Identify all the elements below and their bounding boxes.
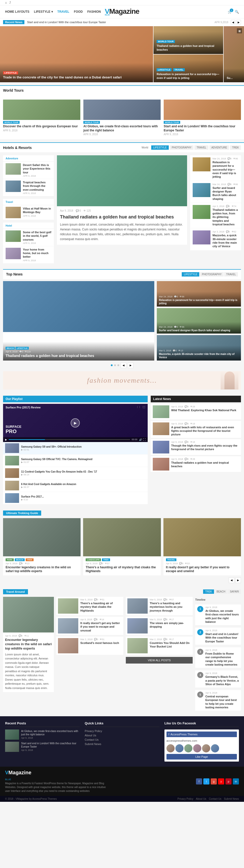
sidebar-item-1[interactable]: Desert Safari this is your Experience th… — [3, 162, 54, 179]
playlist-item-1[interactable]: Samsung Galaxy S9 and S9+- Official Intr… — [3, 442, 148, 455]
volume-icon[interactable]: 🔊 — [139, 438, 142, 441]
tab-adventure[interactable]: ADVENTURE — [209, 145, 229, 150]
travel-tab-safari[interactable]: SAFARI — [228, 589, 241, 594]
dot-3[interactable] — [117, 364, 119, 366]
top-news-main-card[interactable]: BEACH LIFESTYLE Apr 9, 2018 💬0 👁119 Thai… — [3, 281, 154, 361]
top-news-prev[interactable]: ◀ — [121, 363, 126, 368]
trek-card-3[interactable]: TRAVEL Apr 9, 2018 💬0 👁53 It really does… — [164, 518, 241, 576]
view-all-button[interactable]: VIEW ALL POSTS — [126, 657, 193, 663]
tab-travel[interactable]: TRAVEL — [195, 145, 208, 150]
timeline-item-2[interactable]: 2 Apr 9, 2018 Start and end in London! W… — [195, 628, 241, 645]
footer-post-1[interactable]: At Globus, we create first-class escorte… — [5, 730, 79, 740]
footer-post-2[interactable]: Start and end in London! With the coach/… — [5, 742, 79, 752]
right-article-3[interactable]: Apr 3, 2018 💬0 👁74 Thailand radiates a g… — [190, 203, 241, 228]
top-news-side-1[interactable]: Mar 24, 2018 💬0 👁96 Relaxation is paramo… — [157, 281, 241, 307]
social-pinterest[interactable]: p — [225, 778, 232, 784]
hero-slide-2[interactable]: WORLD TOUR Thailand radiates a golden hu… — [153, 26, 223, 54]
hero-slide-1[interactable]: LIFESTYLE Trade in the concrete of the c… — [0, 26, 153, 82]
playlist-item-4[interactable]: 6 Hot And Cool Gadgets Available on Amaz… — [3, 479, 148, 492]
top-news-next[interactable]: ▶ — [128, 363, 133, 368]
trek-prev[interactable]: ◀ — [229, 578, 234, 583]
footer-link-about[interactable]: About Us — [84, 734, 159, 737]
cp-link-privacy[interactable]: Privacy Policy — [177, 798, 193, 800]
tab-lifestyle[interactable]: LIFESTYLE — [151, 145, 169, 150]
top-news-tab-travel[interactable]: TRAVEL — [224, 272, 238, 277]
hero-slide-3[interactable]: LIFESTYLE TRAVEL Relaxation is paramount… — [153, 55, 223, 82]
latest-item-4[interactable]: Apr 9, 2018 💬0 👁28 Thailand radiates a g… — [151, 456, 241, 472]
fullscreen-icon[interactable]: ⛶ — [143, 438, 146, 441]
latest-item-2[interactable]: Apr 9, 2018 💬0 👁18 A great beach with lo… — [151, 421, 241, 438]
playlist-item-5[interactable]: Surface Pro 2017... ▶ 4:10 — [3, 492, 148, 504]
cp-link-submit[interactable]: Submit News — [224, 798, 239, 800]
social-facebook[interactable]: f — [196, 778, 202, 784]
sidebar-item-5[interactable]: Your home from home, but so much better … — [3, 246, 54, 264]
travel-main-article[interactable]: Apr 9, 2018 💬0 👁11 Encounter legendary c… — [3, 597, 54, 713]
timeline-item-3[interactable]: 3 Apr 9, 2018 From Dublin to Rome our co… — [195, 647, 241, 668]
video-play-icon[interactable]: ▶ — [5, 438, 7, 441]
nav-food[interactable]: FOOD — [74, 10, 83, 13]
travel-tab-trek[interactable]: TREK — [203, 589, 214, 594]
trek-card-2[interactable]: LANDSCAPE TREK Apr 9, 2018 💬0 👁57 There'… — [83, 518, 161, 576]
fb-like-button[interactable]: Like Page — [167, 754, 237, 760]
top-news-tab-lifestyle[interactable]: LIFESTYLE — [182, 272, 199, 277]
home-icon[interactable]: ⌂ — [5, 1, 7, 4]
travel-center-item-3[interactable]: Mar 2, 2018 💬0 👁17 Countries You Should … — [126, 637, 193, 655]
dot-2[interactable] — [114, 364, 116, 366]
nav-lifestyle[interactable]: LIFESTYLE ▾ — [34, 10, 53, 13]
top-news-side-2[interactable]: Mar 24, 2018 💬0 👁96 Surfer and board des… — [157, 308, 241, 334]
right-article-4[interactable]: Apr 3, 2018 💬0 👁62 Mazzorbo, a quick 30-… — [190, 228, 241, 250]
travel-tab-beach[interactable]: BEACH — [214, 589, 227, 594]
play-button[interactable]: ▶ — [71, 418, 80, 428]
timeline-item-5[interactable]: 5 Apr 9, 2018 Central european European … — [195, 690, 241, 711]
latest-item-3[interactable]: Apr 9, 2018 💬0 👁18 Though the high-rises… — [151, 439, 241, 455]
playlist-item-2[interactable]: Samsung Galaxy S9 Official TVC: The Came… — [3, 455, 148, 467]
social-linkedin[interactable]: in — [233, 778, 239, 784]
footer-link-submit[interactable]: Submit News — [84, 742, 159, 746]
video-player[interactable]: Surface Pro (2017) Review ⋮⋮ ⛶ SURFACE P… — [3, 404, 148, 442]
travel-item-3[interactable]: Mar 2, 2018 💬0 👁51 Scotland's most famou… — [57, 637, 123, 655]
travel-item-1[interactable]: Mar 5, 2018 💬0 👁51 There's a haunting ai… — [57, 597, 123, 615]
search-icon[interactable]: 🔍 — [235, 10, 239, 14]
footer-link-privacy[interactable]: Privacy Policy — [84, 730, 159, 733]
nav-fashion[interactable]: FASHION — [87, 10, 101, 13]
trek-card-1[interactable]: PARK BEACH TREK Apr 9, 2018 💬0 👁13 Encou… — [3, 518, 80, 576]
tour-card-3[interactable]: WORLD TOUR Start and end in London! With… — [164, 99, 241, 136]
sidebar-item-3[interactable]: Villas at Half Moon in Montego Bay APR 9… — [3, 205, 54, 220]
breaking-next[interactable]: ▶ — [236, 20, 241, 25]
right-article-2[interactable]: Mar 24, 2018 💬0 👁86 Surfer and board des… — [190, 181, 241, 203]
top-news-tab-photography[interactable]: PHOTOGRAPHY — [200, 272, 224, 277]
nav-home[interactable]: HOME LAYOUTS — [5, 10, 30, 13]
playlist-item-3[interactable]: 11 Coolest Gadgets You Can Buy On Amazon… — [3, 467, 148, 479]
progress-bar[interactable] — [9, 439, 130, 440]
travel-center-item-1[interactable]: Mar 5, 2018 💬0 👁57 There's a haunting an… — [126, 597, 193, 615]
tab-trek[interactable]: TREK — [230, 145, 241, 150]
hero-slide-4[interactable]: ▦ Su... — [224, 26, 244, 82]
latest-item-1[interactable]: Apr 9, 2018 💬0 👁28 Wild Thailand: Explor… — [151, 404, 241, 420]
tab-world[interactable]: World — [140, 145, 150, 150]
cart-icon[interactable]: 🛒1 — [228, 10, 232, 14]
travel-center-item-2[interactable]: Mar 5, 2018 💬0 👁17 The views are simply … — [126, 617, 193, 635]
breaking-prev[interactable]: ◀ — [231, 20, 235, 25]
right-article-1[interactable]: Mar 24, 2018 💬0 👁96 Relaxation is paramo… — [190, 155, 241, 181]
social-twitter[interactable]: t — [203, 778, 209, 784]
timeline-item-4[interactable]: 4 Apr 9, 2018 Germany's Black Forest, a … — [195, 671, 241, 687]
sidebar-item-4[interactable]: Some of the best golf in the world, 5 go… — [3, 229, 54, 246]
nav-travel[interactable]: TRAVEL — [58, 10, 69, 13]
travel-item-2[interactable]: Apr 9, 2018 💬0 👁14 It really doesn't get… — [57, 617, 123, 635]
top-news-grid: BEACH LIFESTYLE Apr 9, 2018 💬0 👁119 Thai… — [3, 281, 241, 361]
cp-link-contact[interactable]: Contact Us — [209, 798, 221, 800]
footer-link-contact[interactable]: Contact Us — [84, 738, 159, 741]
trek-next[interactable]: ▶ — [235, 578, 241, 583]
featured-article[interactable]: Apr 9, 2018 💬 0 👁 125 Thailand radiates … — [57, 155, 187, 245]
timeline-item-1[interactable]: 1 Apr 9, 2018 At Globus, we create first… — [195, 604, 241, 625]
cp-link-about[interactable]: About Us — [196, 798, 206, 800]
dot-1[interactable] — [111, 364, 113, 366]
social-youtube[interactable]: y — [218, 778, 224, 784]
tab-photography[interactable]: PHOTOGRAPHY — [170, 145, 194, 150]
share-icon[interactable]: ⤴ — [9, 1, 11, 4]
tour-card-1[interactable]: WORLD TOUR Discover the charm of this go… — [3, 99, 80, 136]
tour-card-2[interactable]: WORLD TOUR At Globus, we create first-cl… — [83, 99, 161, 136]
social-googleplus[interactable]: g — [211, 778, 217, 784]
top-news-side-3[interactable]: Mar 5, 2018 💬0 👁13 Mazzorbo, a quick 30-… — [157, 335, 241, 361]
sidebar-item-2[interactable]: Tropical beaches from through the ever-c… — [3, 179, 54, 196]
